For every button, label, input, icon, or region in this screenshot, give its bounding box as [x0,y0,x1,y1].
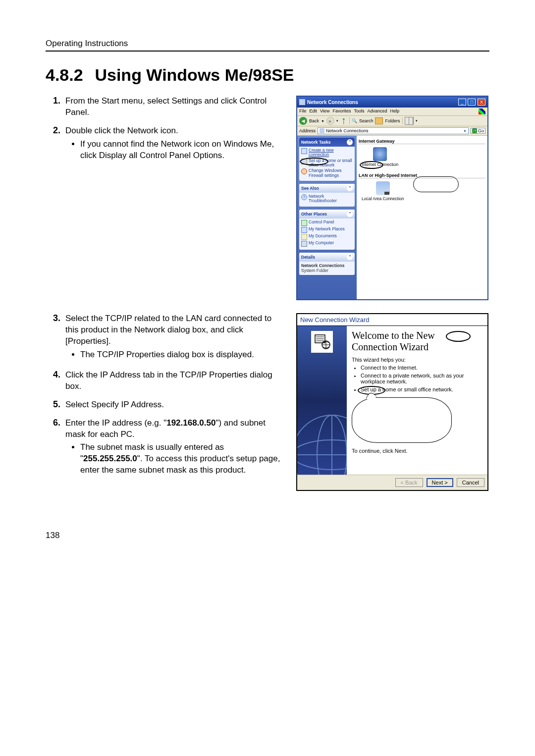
control-panel-icon [301,220,307,226]
new-connection-wizard-window: New Connection Wizard [296,313,488,491]
network-connections-window: Network Connections _ □ X File Edit View… [296,96,488,300]
go-icon: → [472,128,477,133]
link-control-panel[interactable]: Control Panel [301,220,353,226]
steps-block-1: 1. From the Start menu, select Settings … [46,96,286,163]
wizard-icon [311,331,333,353]
collapse-icon[interactable]: ⌃ [347,211,353,217]
wizard-bullet: Connect to the Internet. [361,365,482,371]
item-internet-connection[interactable]: Internet Connection [362,147,398,167]
search-icon[interactable]: 🔍 [352,118,357,123]
running-header: Operating Instructions [46,39,489,49]
step-number: 4. [46,370,65,392]
window-title: Network Connections [307,100,458,105]
other-places-header[interactable]: Other Places ⌃ [299,210,355,218]
back-button[interactable]: ◄ [299,117,307,125]
step-number: 5. [46,399,65,411]
forward-button[interactable]: ► [326,117,334,125]
search-label: Search [359,118,374,123]
task-link-create-connection[interactable]: Create a new connection [301,148,353,158]
wizard-intro: This wizard helps you: [352,357,482,363]
up-button[interactable]: ⭡ [340,117,347,125]
views-icon[interactable] [405,117,414,125]
step-number: 2. [46,125,65,163]
menu-edit[interactable]: Edit [310,108,318,114]
back-button: < Back [395,478,423,487]
wizard-bullet: Set up a home or small office network. [361,386,482,392]
details-title: Network Connections [301,263,353,268]
step-number: 3. [46,313,65,363]
annotation-callout [352,397,452,443]
window-icon [299,99,305,105]
section-heading: 4.8.2 Using Windows Me/98SE [46,65,489,85]
bullet-item: The TCP/IP Properties dialog box is disp… [80,349,286,361]
details-subtitle: System Folder [301,268,353,273]
chevron-down-icon[interactable]: ▼ [463,129,467,133]
step-text: From the Start menu, select Settings and… [65,96,267,117]
help-icon: ? [301,194,307,200]
step-text: Click the IP Address tab in the TCP/IP P… [65,370,272,391]
steps-block-2: 3. Select the TCP/IP related to the LAN … [46,313,286,478]
bullet-item: The subnet mask is usually entered as "2… [80,442,286,476]
title-bar[interactable]: Network Connections _ □ X [297,97,487,108]
header-divider [46,51,489,52]
go-button[interactable]: →Go [471,128,485,134]
bullet-item: If you cannot find the Network icon on W… [80,139,286,162]
collapse-icon[interactable]: ⌃ [347,254,353,260]
folders-label: Folders [385,118,400,123]
annotation-circle [300,158,328,165]
address-label: Address [299,128,316,133]
group-internet-gateway: Internet Gateway [359,139,485,144]
firewall-icon [301,168,307,174]
wizard-bullet-list: Connect to the Internet. Connect to a pr… [352,365,482,392]
lan-icon [376,181,390,195]
network-tasks-header[interactable]: Network Tasks ⌃ [299,138,355,147]
task-link-setup-network[interactable]: Set up a home or small office network [301,159,353,168]
wizard-title-bar: New Connection Wizard [297,314,487,326]
step-number: 6. [46,418,65,479]
step-text: Select the TCP/IP related to the LAN car… [65,314,271,346]
menu-help[interactable]: Help [390,108,399,114]
details-header[interactable]: Details ⌃ [299,253,355,262]
globe-arcs-icon [297,385,347,475]
link-troubleshooter[interactable]: ?Network Troubleshooter [301,194,353,204]
folders-icon[interactable] [375,117,383,124]
section-title-text: Using Windows Me/98SE [95,65,294,84]
wizard-bullet: Connect to a private network, such as yo… [361,373,482,384]
minimize-button[interactable]: _ [458,99,466,106]
wizard-content: Welcome to the New Connection Wizard Thi… [347,326,487,475]
page-number: 138 [46,531,489,540]
close-button[interactable]: X [478,99,485,106]
ip-example: 192.168.0.50 [166,418,215,428]
subnet-mask-example: 255.255.255.0 [83,454,137,463]
sidebar-tasks-pane: Network Tasks ⌃ Create a new connection … [297,136,357,299]
menu-favorites[interactable]: Favorites [332,108,351,114]
link-my-network-places[interactable]: My Network Places [301,227,353,233]
address-field[interactable]: Network Connections ▼ [318,127,469,134]
task-link-firewall[interactable]: Change Windows Firewall settings [301,168,353,178]
item-local-area-connection[interactable]: Local Area Connection [362,181,404,201]
step-text-part: Enter the IP address (e.g. " [65,418,166,428]
next-button[interactable]: Next > [427,478,453,487]
gateway-icon [373,147,387,161]
content-area: Internet Gateway Internet Connection LAN… [357,136,487,299]
annotation-circle [446,331,471,342]
cancel-button[interactable]: Cancel [457,478,484,487]
link-my-computer[interactable]: My Computer [301,241,353,247]
section-number: 4.8.2 [46,65,90,85]
windows-flag-icon [479,108,485,114]
link-my-documents[interactable]: My Documents [301,234,353,240]
menu-advanced[interactable]: Advanced [367,108,387,114]
wizard-side-panel [297,326,347,475]
back-label: Back [309,118,319,123]
network-places-icon [301,227,307,233]
annotation-circle [360,161,383,169]
maximize-button[interactable]: □ [468,99,476,106]
collapse-icon[interactable]: ⌃ [347,139,353,145]
menu-file[interactable]: File [299,108,307,114]
collapse-icon[interactable]: ⌃ [347,185,353,191]
menu-tools[interactable]: Tools [354,108,364,114]
menu-view[interactable]: View [320,108,329,114]
computer-icon [301,241,307,247]
menu-bar[interactable]: File Edit View Favorites Tools Advanced … [297,108,487,116]
see-also-header[interactable]: See Also ⌃ [299,184,355,193]
